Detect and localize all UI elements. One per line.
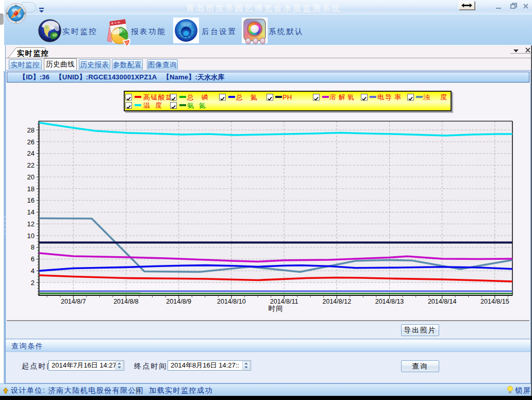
svg-text:28: 28 <box>27 126 35 134</box>
svg-text:2014/8/9: 2014/8/9 <box>166 298 191 305</box>
svg-text:12: 12 <box>27 220 35 228</box>
svg-text:6: 6 <box>31 255 35 263</box>
svg-text:2014/8/15: 2014/8/15 <box>480 298 509 305</box>
svg-text:24: 24 <box>27 149 35 157</box>
svg-text:2014/8/14: 2014/8/14 <box>428 298 457 305</box>
svg-text:20: 20 <box>27 173 35 181</box>
svg-text:22: 22 <box>27 161 35 169</box>
svg-text:2014/8/10: 2014/8/10 <box>217 298 246 305</box>
svg-text:8: 8 <box>31 243 35 251</box>
svg-text:2014/8/8: 2014/8/8 <box>113 298 139 305</box>
svg-text:16: 16 <box>27 196 35 204</box>
svg-text:10: 10 <box>27 232 35 240</box>
svg-text:14: 14 <box>27 208 35 216</box>
svg-text:26: 26 <box>27 138 35 146</box>
svg-text:W: W <box>6 12 9 15</box>
svg-text:2014/8/12: 2014/8/12 <box>322 298 351 305</box>
svg-text:2014/8/13: 2014/8/13 <box>375 298 404 305</box>
svg-text:N: N <box>15 4 17 7</box>
svg-text:2014/8/11: 2014/8/11 <box>270 298 298 305</box>
svg-text:18: 18 <box>27 185 35 193</box>
svg-text:2: 2 <box>31 279 35 287</box>
svg-text:2014/8/7: 2014/8/7 <box>61 298 86 305</box>
svg-text:4: 4 <box>31 267 35 275</box>
svg-text:时间: 时间 <box>269 305 284 312</box>
